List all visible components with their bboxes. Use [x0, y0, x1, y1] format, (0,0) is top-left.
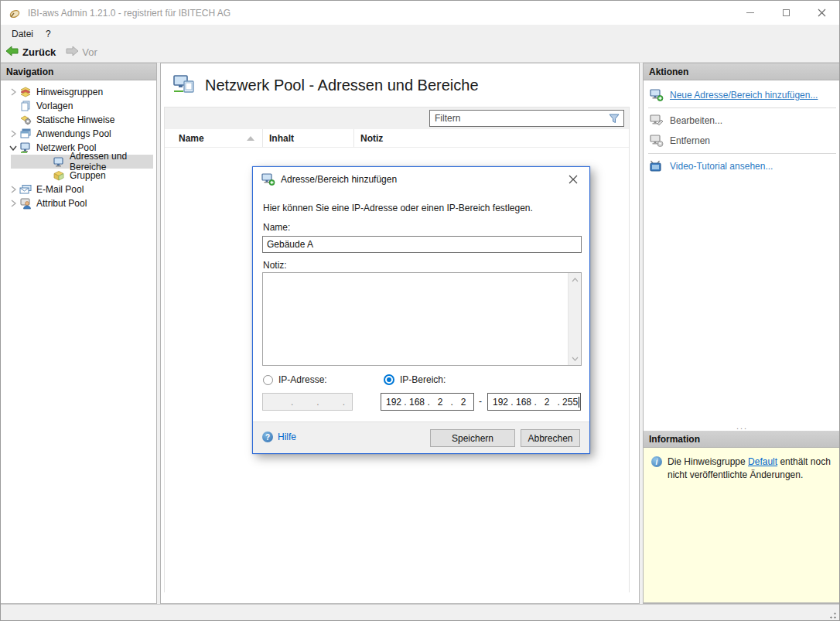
minimize-button[interactable] — [732, 1, 768, 25]
menu-item-datei[interactable]: Datei — [5, 29, 39, 39]
table-header: Name Inhalt Notiz — [165, 129, 629, 148]
action-label: Neue Adresse/Bereich hinzufügen... — [670, 90, 818, 101]
sidebar-item-adressen-und-bereiche[interactable]: Adressen und Bereiche — [11, 155, 153, 169]
sidebar-item-attribut-pool[interactable]: Attribut Pool — [1, 196, 156, 210]
app-window: IBI-aws Admin 1.21.0 - registriert für I… — [0, 0, 840, 621]
note-label: Notiz: — [263, 260, 287, 271]
sidebar-item-hinweisgruppen[interactable]: Hinweisgruppen — [1, 85, 156, 99]
action-add-address[interactable]: Neue Adresse/Bereich hinzufügen... — [644, 85, 840, 105]
ip-range-from-input[interactable]: 192 . 168 . 2 . 2 — [381, 393, 474, 411]
name-input[interactable] — [262, 236, 582, 253]
actions-body: Neue Adresse/Bereich hinzufügen... Bearb… — [644, 80, 840, 431]
app-icon — [8, 7, 22, 19]
action-remove: Entfernen — [644, 131, 840, 151]
scrollbar[interactable] — [568, 273, 581, 365]
column-header-name[interactable]: Name — [165, 129, 263, 147]
back-button[interactable]: Zurück — [1, 46, 60, 59]
forward-button-label: Vor — [82, 46, 97, 58]
back-button-label: Zurück — [22, 46, 56, 58]
ip-range-to-input[interactable]: 192 . 168 . 2 . 255 — [487, 393, 581, 411]
chevron-right-icon[interactable] — [7, 88, 19, 96]
sidebar-item-label: E-Mail Pool — [36, 184, 84, 195]
main-title-row: Netzwerk Pool - Adressen und Bereiche — [161, 63, 639, 107]
monitor-add-icon — [261, 173, 275, 186]
help-label: Hilfe — [278, 432, 296, 442]
ip-row: . . . 192 . 168 . 2 . 2 - 192 . 168 . 2 … — [253, 393, 589, 411]
info-icon: i — [651, 456, 662, 467]
radio-ip-range[interactable]: IP-Bereich: — [384, 374, 446, 385]
scroll-up-icon[interactable] — [569, 273, 582, 286]
dialog-title: Adresse/Bereich hinzufügen — [281, 174, 397, 185]
chevron-right-icon[interactable] — [7, 186, 19, 193]
radio-ip-range-label: IP-Bereich: — [400, 374, 446, 385]
right-panel: Aktionen Neue Adresse/Bereich hinzufügen… — [643, 63, 840, 604]
cancel-button[interactable]: Abbrechen — [521, 429, 580, 447]
network-computers-icon — [172, 74, 197, 96]
tv-video-icon — [650, 160, 664, 172]
range-separator: - — [479, 396, 482, 407]
actions-header: Aktionen — [644, 63, 840, 80]
radio-ip-address-label: IP-Adresse: — [278, 374, 327, 385]
toolbar: Zurück Vor — [1, 43, 839, 63]
chevron-right-icon[interactable] — [7, 130, 19, 138]
add-address-dialog: Adresse/Bereich hinzufügen Hier können S… — [252, 166, 590, 454]
scroll-down-icon[interactable] — [569, 352, 582, 365]
dialog-footer: ? Hilfe Speichern Abbrechen — [253, 421, 589, 453]
action-video-tutorial[interactable]: Video-Tutorial ansehen... — [644, 156, 840, 176]
chevron-down-icon[interactable] — [7, 145, 19, 151]
radio-selected-icon — [384, 374, 394, 385]
note-textarea[interactable] — [262, 272, 582, 366]
monitor-remove-icon — [650, 135, 664, 147]
default-group-link[interactable]: Default — [748, 456, 777, 467]
sort-ascending-icon — [247, 136, 254, 141]
save-button[interactable]: Speichern — [430, 429, 515, 447]
separator — [648, 107, 836, 108]
sidebar-item-statische-hinweise[interactable]: Statische Hinweise — [1, 113, 156, 127]
dialog-title-bar: Adresse/Bereich hinzufügen — [253, 167, 589, 192]
title-bar: IBI-aws Admin 1.21.0 - registriert für I… — [1, 1, 839, 25]
sidebar-item-label: Adressen und Bereiche — [70, 151, 153, 172]
help-link[interactable]: ? Hilfe — [262, 432, 296, 442]
sidebar-item-vorlagen[interactable]: Vorlagen — [1, 99, 156, 113]
static-notices-icon — [19, 114, 32, 126]
resize-grip[interactable] — [828, 610, 837, 619]
groups-icon — [53, 169, 65, 182]
filter-bar — [165, 107, 629, 129]
maximize-button[interactable] — [768, 1, 804, 25]
filter-input[interactable] — [430, 113, 607, 124]
sidebar-item-anwendungs-pool[interactable]: Anwendungs Pool — [1, 127, 156, 141]
action-edit: Bearbeiten... — [644, 111, 840, 131]
name-label: Name: — [263, 222, 290, 233]
radio-ip-address[interactable]: IP-Adresse: — [263, 374, 327, 385]
column-header-notiz[interactable]: Notiz — [354, 129, 629, 147]
sidebar-item-email-pool[interactable]: E-Mail Pool — [1, 183, 156, 196]
radio-unselected-icon — [263, 375, 273, 385]
window-title: IBI-aws Admin 1.21.0 - registriert für I… — [28, 8, 230, 19]
sidebar-item-label: Hinweisgruppen — [36, 87, 103, 97]
ip-address-input: . . . — [262, 393, 353, 411]
monitor-edit-icon — [650, 114, 664, 127]
email-pool-icon — [19, 183, 32, 196]
column-header-inhalt[interactable]: Inhalt — [263, 129, 354, 147]
chevron-right-icon[interactable] — [7, 200, 19, 207]
addresses-icon — [53, 155, 65, 168]
separator — [648, 153, 836, 154]
sidebar-item-label: Statische Hinweise — [36, 114, 114, 125]
action-label: Video-Tutorial ansehen... — [670, 161, 773, 172]
information-header: Information — [644, 431, 840, 448]
network-pool-icon — [19, 142, 32, 154]
filter-funnel-icon[interactable] — [607, 114, 621, 124]
status-bar — [1, 604, 839, 621]
panel-splitter-handle[interactable]: ... — [644, 423, 840, 430]
navigation-tree: Hinweisgruppen Vorlagen Statische Hinwei… — [1, 80, 156, 210]
menu-bar: Datei ? — [1, 25, 839, 43]
navigation-panel: Navigation Hinweisgruppen Vorlagen Stati… — [1, 63, 157, 604]
information-text: Die Hinweisgruppe Default enthält noch n… — [668, 456, 835, 482]
application-pool-icon — [19, 128, 32, 140]
templates-icon — [19, 100, 32, 112]
page-title: Netzwerk Pool - Adressen und Bereiche — [205, 77, 479, 94]
attribute-pool-icon — [19, 197, 32, 210]
menu-item-help[interactable]: ? — [39, 29, 57, 39]
close-icon[interactable] — [565, 172, 582, 186]
close-button[interactable] — [804, 1, 839, 25]
